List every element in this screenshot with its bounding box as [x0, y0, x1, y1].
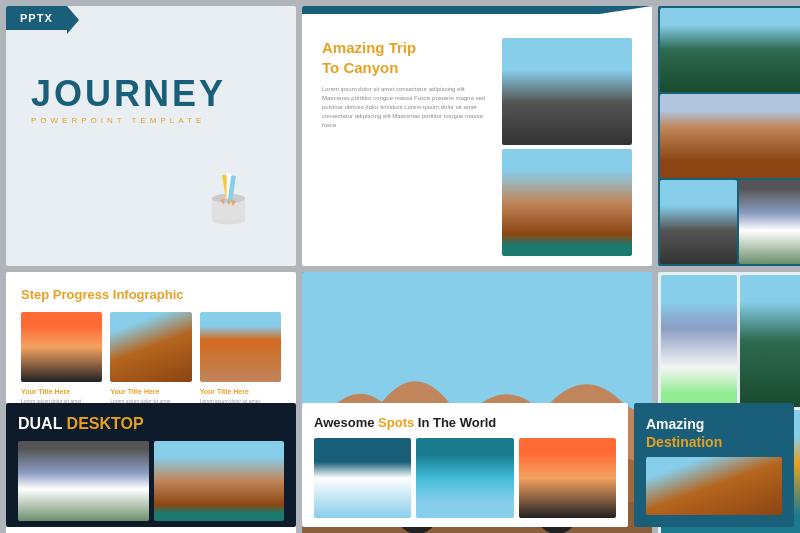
progress-card-title-1: Your Title Here [21, 388, 102, 395]
progress-card-title-3: Your Title Here [200, 388, 281, 395]
pencil-cup-icon [196, 166, 266, 236]
spots-title-plain: Awesome [314, 415, 378, 430]
trip-image-canyon [502, 149, 632, 256]
progress-title: Step Progress Infographic [21, 287, 281, 302]
houses-top-row [661, 275, 800, 407]
journey-subtitle: POWERPOINT TEMPLATE [31, 116, 205, 125]
top-banner [302, 6, 652, 14]
spots-title-highlight: Spots [378, 415, 414, 430]
house-img-2 [740, 275, 801, 407]
spots-title-suffix: In The World [414, 415, 496, 430]
spot-img-1 [314, 438, 411, 518]
progress-card-title-2: Your Title Here [110, 388, 191, 395]
amazing-title-line2: Destination [646, 434, 722, 450]
progress-img-2 [110, 312, 191, 382]
journey-title: JOURNEY [31, 76, 226, 112]
spots-title: Awesome Spots In The World [314, 415, 616, 430]
dual-img-1 [18, 441, 149, 521]
slide-dual: DUAL DESKTOP [6, 403, 296, 527]
slide-trip: Amazing Trip To Canyon Lorem ipsum dolor… [302, 6, 652, 266]
pptx-badge: PPTX [6, 6, 67, 30]
dual-img-2 [154, 441, 285, 521]
dual-title-plain: DUAL [18, 415, 67, 432]
slide-spots: Awesome Spots In The World [302, 403, 628, 527]
trip-images [502, 38, 632, 256]
progress-img-3 [200, 312, 281, 382]
photo-forest [660, 8, 800, 92]
photo-bridge [660, 94, 800, 178]
trip-heading-line2: To Canyon [322, 59, 398, 76]
photo-row-bottom [660, 180, 800, 264]
spots-images [314, 438, 616, 518]
amazing-img [646, 457, 782, 515]
trip-image-road [502, 38, 632, 145]
spot-img-2 [416, 438, 513, 518]
slide-journey: PPTX JOURNEY POWERPOINT TEMPLATE [6, 6, 296, 266]
trip-content: Amazing Trip To Canyon Lorem ipsum dolor… [322, 38, 632, 256]
spot-img-3 [519, 438, 616, 518]
slide-amazing: Amazing Destination [634, 403, 794, 527]
trip-heading-line1: Amazing Trip [322, 39, 416, 56]
dual-images [18, 441, 284, 521]
photo-road2 [660, 180, 737, 264]
house-img-1 [661, 275, 737, 407]
photo-mountains [739, 180, 800, 264]
progress-title-plain: Step Progress [21, 287, 113, 302]
trip-body: Lorem ipsum dolor sit amet consectetur a… [322, 85, 490, 130]
amazing-title: Amazing Destination [646, 415, 782, 451]
progress-img-1 [21, 312, 102, 382]
trip-heading: Amazing Trip To Canyon [322, 38, 490, 77]
progress-title-highlight: Infographic [113, 287, 184, 302]
dual-title-highlight: DESKTOP [67, 415, 144, 432]
trip-text: Amazing Trip To Canyon Lorem ipsum dolor… [322, 38, 490, 256]
amazing-title-line1: Amazing [646, 416, 704, 432]
dual-title: DUAL DESKTOP [18, 415, 284, 433]
bottom-row: DUAL DESKTOP Awesome Spots In The World … [0, 403, 800, 533]
slide-photos: PRESENTED BY UNICODE STUDIO [658, 6, 800, 266]
